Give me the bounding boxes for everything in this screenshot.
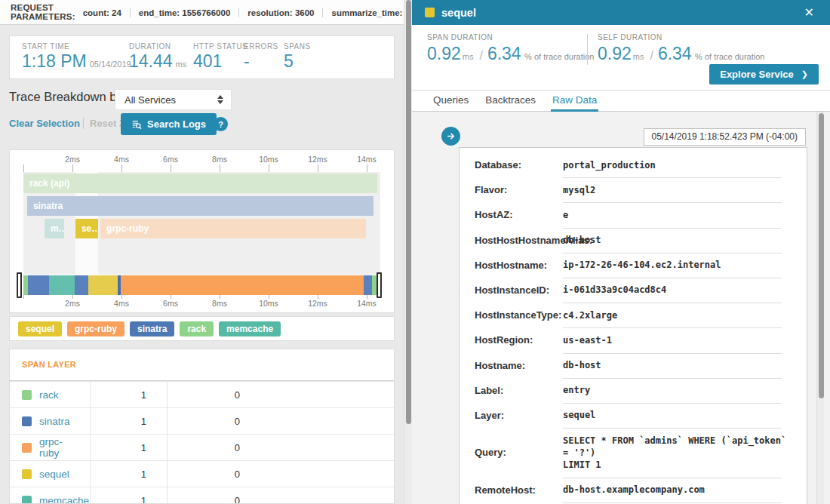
waterfall-bar-sinatra[interactable]: sinatra xyxy=(27,196,374,216)
tab-queries[interactable]: Queries xyxy=(432,91,470,112)
request-parameter-item: end_time: 1556766000 xyxy=(130,8,238,17)
trace-detail-window: REQUEST PARAMETERS: count: 24end_time: 1… xyxy=(0,0,830,504)
trace-overview-panel: REQUEST PARAMETERS: count: 24end_time: 1… xyxy=(0,0,404,504)
axis-label: 12ms xyxy=(308,155,327,164)
errors-value: 0 xyxy=(235,495,240,504)
raw-data-row: Query:SELECT * FROM `admins` WHERE (`api… xyxy=(460,428,807,478)
table-row-sequel[interactable]: sequel0.92ms6.34%10 xyxy=(10,460,394,487)
errors-cell: 0 xyxy=(167,382,255,407)
layer-link-rack[interactable]: rack xyxy=(39,389,59,401)
errors-cell: 0 xyxy=(167,408,255,434)
axis-tick xyxy=(318,164,318,172)
waterfall-bar-memcache[interactable]: m… xyxy=(45,219,64,238)
explore-service-button[interactable]: Explore Service ❯ xyxy=(709,64,819,85)
chevron-right-icon: ❯ xyxy=(801,69,808,79)
layer-swatch-rack xyxy=(22,390,32,400)
layer-cell: rack xyxy=(10,382,90,407)
span-count-value: 1 xyxy=(141,389,146,401)
raw-data-key: HostRegion: xyxy=(475,334,563,346)
table-row-rack[interactable]: rack14.44ms100.00%10 xyxy=(10,381,394,407)
left-panel-scrollbar[interactable] xyxy=(404,0,412,504)
raw-data-row: Label:entry xyxy=(460,378,807,403)
request-parameters-items: count: 24end_time: 1556766000resolution:… xyxy=(83,5,430,19)
tab-raw-data[interactable]: Raw Data xyxy=(551,91,598,112)
waterfall-bar-rack[interactable]: rack (api) xyxy=(23,174,377,193)
raw-data-key: HostAZ: xyxy=(475,209,563,220)
stat-value: 401 xyxy=(193,51,244,72)
layer-link-memcache[interactable]: memcache xyxy=(39,495,89,504)
legend-chip-grpc-ruby[interactable]: grpc-ruby xyxy=(67,321,124,337)
layer-link-grpc-ruby[interactable]: grpc-ruby xyxy=(39,436,79,459)
duration-summary-section: SPAN DURATION 0.92ms/6.34 % of trace dur… xyxy=(412,25,830,91)
stat-label: SPANS xyxy=(284,42,329,51)
minimap-segment-sequel xyxy=(88,275,118,295)
axis-label: 14ms xyxy=(357,155,377,164)
raw-data-row: HostAZ:e xyxy=(460,202,807,227)
raw-data-key: Label: xyxy=(475,385,563,396)
legend-chip-sinatra[interactable]: sinatra xyxy=(130,321,174,337)
services-dropdown-value: All Services xyxy=(124,94,217,106)
column-header-span-layer: SPAN LAYER xyxy=(10,349,90,380)
help-icon[interactable]: ? xyxy=(214,117,228,131)
raw-data-key: Hostname: xyxy=(475,360,563,371)
tab-backtraces[interactable]: Backtraces xyxy=(484,91,537,112)
raw-data-row: Database:portal_production xyxy=(460,152,807,177)
action-separator xyxy=(83,118,84,129)
axis-tick xyxy=(72,164,73,172)
axis-label: 10ms xyxy=(259,299,278,308)
layer-cell: grpc-ruby xyxy=(10,435,90,460)
span-count-value: 1 xyxy=(141,416,146,427)
legend-chip-sequel[interactable]: sequel xyxy=(18,321,62,337)
left-scrollbar-thumb[interactable] xyxy=(406,0,411,424)
raw-data-value: mysql2 xyxy=(563,184,792,196)
raw-data-scrollbar[interactable] xyxy=(816,112,824,504)
raw-data-row: HostRegion:us-east-1 xyxy=(460,327,807,352)
waterfall-plot: 2ms4ms6ms8ms10ms12ms14ms2ms4ms6ms8ms10ms… xyxy=(23,150,380,312)
stat-value: 5 xyxy=(284,51,329,72)
raw-data-key: Layer: xyxy=(475,410,563,421)
minimap-segment-grpc-ruby xyxy=(121,275,364,295)
axis-tick xyxy=(367,164,367,172)
span-layer-table: SPAN LAYER↓DURATION% OF TRACE DURATIONSP… xyxy=(9,349,395,504)
table-row-sinatra[interactable]: sinatra14.13ms97.82%10 xyxy=(10,407,394,434)
trace-minimap[interactable] xyxy=(23,275,380,295)
waterfall-bar-grpc-ruby[interactable]: grpc-ruby xyxy=(100,219,366,238)
stat-value: 1:18 PM05/14/2019 xyxy=(22,51,129,72)
services-dropdown[interactable]: All Services xyxy=(115,89,232,110)
search-logs-button[interactable]: Search Logs xyxy=(121,113,217,135)
raw-data-key: HostInstanceID: xyxy=(475,284,563,296)
minimap-segment-memcache xyxy=(49,275,75,295)
minimap-segment-sinatra xyxy=(75,275,88,295)
layer-link-sinatra[interactable]: sinatra xyxy=(39,416,70,427)
close-icon[interactable]: ✕ xyxy=(801,5,817,20)
duration-divider xyxy=(587,34,588,65)
span-detail-title: sequel xyxy=(441,7,801,19)
raw-data-row: Layer:sequel xyxy=(460,403,807,428)
span-duration-pct: 6.34 xyxy=(487,44,521,63)
table-row-memcache[interactable]: memcache0.79ms5.49%10 xyxy=(10,487,394,504)
search-logs-icon xyxy=(131,119,142,130)
axis-label: 8ms xyxy=(212,155,227,164)
table-row-grpc-ruby[interactable]: grpc-ruby10.82ms74.93%10 xyxy=(10,434,394,460)
span-count-value: 1 xyxy=(141,442,146,453)
minimap-left-handle[interactable] xyxy=(17,272,22,298)
request-parameter-item: resolution: 3600 xyxy=(238,8,322,17)
errors-value: 0 xyxy=(235,389,240,401)
span-count-cell: 1 xyxy=(90,408,167,434)
raw-data-scrollbar-thumb[interactable] xyxy=(819,113,824,398)
layer-cell: sinatra xyxy=(10,408,90,434)
errors-cell: 0 xyxy=(167,487,255,504)
axis-label: 6ms xyxy=(163,299,178,308)
go-to-span-icon[interactable] xyxy=(441,127,460,146)
self-duration-block: SELF DURATION 0.92ms/6.34 % of trace dur… xyxy=(598,33,764,64)
legend-chip-rack[interactable]: rack xyxy=(180,321,214,337)
waterfall-bar-sequel[interactable]: se… xyxy=(75,219,98,238)
axis-label: 14ms xyxy=(357,299,377,308)
clear-selection-link[interactable]: Clear Selection xyxy=(9,118,80,129)
layer-link-sequel[interactable]: sequel xyxy=(39,469,69,480)
raw-data-key: RemoteHost: xyxy=(475,484,563,496)
raw-data-value: e xyxy=(563,209,792,221)
minimap-right-handle[interactable] xyxy=(377,272,382,298)
span-count-cell: 1 xyxy=(90,461,167,487)
legend-chip-memcache[interactable]: memcache xyxy=(219,321,281,337)
